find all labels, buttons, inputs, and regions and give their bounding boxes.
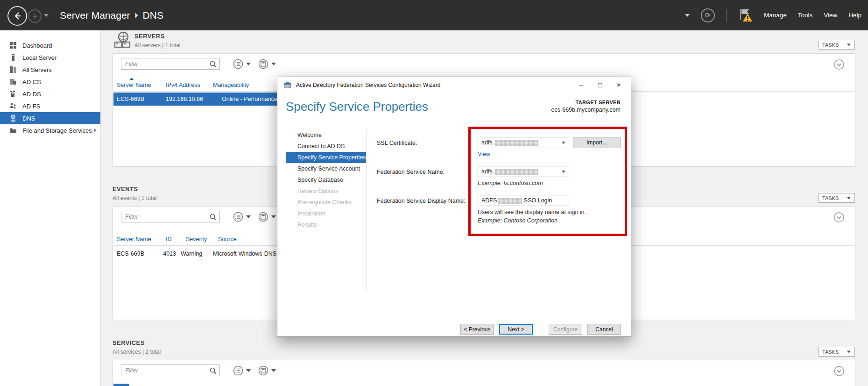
servers-save-button[interactable] — [258, 58, 276, 70]
breadcrumb-app[interactable]: Server Manager — [60, 10, 130, 21]
services-collapse-button[interactable] — [833, 365, 845, 377]
previous-button[interactable]: < Previous — [460, 324, 494, 335]
services-filter-input[interactable] — [121, 365, 219, 376]
servers-collapse-button[interactable] — [833, 59, 845, 70]
sidebar-item-ad-ds[interactable]: AD DS — [0, 88, 100, 100]
fsdn-example-text: Example: Contoso Corporation — [478, 217, 557, 224]
cell-id: 4013 — [156, 250, 176, 257]
step-specify-service-properties[interactable]: Specify Service Properties — [286, 152, 366, 163]
step-specify-service-account[interactable]: Specify Service Account — [286, 163, 366, 174]
breadcrumb-separator-icon — [135, 13, 138, 18]
dialog-titlebar[interactable]: Active Directory Federation Services Con… — [277, 77, 631, 93]
combo-dropdown-icon — [562, 142, 565, 144]
list-options-icon — [233, 58, 244, 70]
server-dropdown-icon[interactable] — [685, 14, 690, 17]
events-save-button[interactable] — [258, 211, 276, 223]
federation-display-name-input[interactable]: ADFS SSO Login — [478, 195, 569, 206]
next-button[interactable]: Next > — [499, 324, 533, 335]
sidebar-item-ad-cs[interactable]: AD CS — [0, 76, 100, 88]
servers-view-options-button[interactable] — [233, 58, 251, 70]
dashboard-icon — [9, 42, 17, 49]
events-view-options-button[interactable] — [233, 211, 251, 223]
dropdown-icon — [271, 63, 276, 65]
step-specify-database[interactable]: Specify Database — [286, 174, 366, 186]
steps-divider — [367, 129, 367, 291]
events-filter-input[interactable] — [121, 211, 219, 222]
minimize-icon[interactable]: ─ — [572, 77, 591, 93]
step-review-options: Review Options — [286, 186, 366, 197]
dns-globe-icon — [9, 114, 17, 122]
services-tasks-button[interactable]: TASKS — [819, 347, 855, 357]
wizard-app-icon — [283, 81, 291, 90]
services-view-options-button[interactable] — [233, 365, 251, 377]
sidebar-item-dns[interactable]: DNS — [0, 112, 100, 124]
servers-tasks-button[interactable]: TASKS — [819, 40, 855, 50]
tasks-dropdown-icon — [847, 350, 851, 353]
back-icon[interactable] — [7, 6, 27, 26]
dropdown-icon — [246, 215, 251, 218]
col-id[interactable]: ID — [166, 235, 176, 244]
federation-service-name-label: Federation Service Name: — [377, 169, 445, 175]
dropdown-icon — [271, 215, 276, 218]
import-button[interactable]: Import... — [573, 137, 621, 148]
fsn-example-text: Example: fs.contoso.com — [478, 180, 543, 186]
sidebar-item-file-storage-services[interactable]: File and Storage Services — [0, 124, 100, 136]
save-icon — [258, 211, 269, 222]
cell-server-name: ECS-669B — [113, 250, 156, 257]
certificate-icon — [9, 78, 17, 86]
maximize-icon[interactable]: □ — [591, 77, 609, 93]
view-link[interactable]: View — [478, 151, 490, 157]
notifications-flag-icon[interactable] — [738, 8, 753, 23]
step-installation: Installation — [286, 208, 366, 219]
domain-server-icon — [9, 90, 17, 98]
step-welcome[interactable]: Welcome — [286, 129, 366, 141]
events-section-title: EVENTS — [113, 186, 138, 193]
forward-icon — [28, 9, 42, 23]
ssl-certificate-combo[interactable]: adfs. — [478, 137, 569, 148]
search-icon — [209, 367, 217, 375]
breadcrumb-page: DNS — [143, 10, 163, 21]
sidebar-item-ad-fs[interactable]: AD FS — [0, 100, 100, 112]
services-section-subtitle: All services | 2 total — [113, 349, 161, 355]
dropdown-icon — [246, 369, 251, 372]
sidebar-item-all-servers[interactable]: All Servers — [0, 64, 100, 76]
col-server-name[interactable]: Server Name — [117, 80, 156, 90]
expand-chevron-icon[interactable] — [94, 128, 97, 133]
refresh-icon[interactable]: ⟳ — [701, 8, 715, 22]
cancel-button[interactable]: Cancel — [587, 324, 621, 335]
events-collapse-button[interactable] — [833, 212, 845, 223]
target-server-label: TARGET SERVER — [551, 100, 621, 105]
col-server-name[interactable]: Server Name — [117, 235, 156, 244]
col-manageability[interactable]: Manageability — [213, 80, 269, 90]
events-tasks-button[interactable]: TASKS — [819, 193, 855, 203]
search-icon — [209, 60, 217, 68]
nav-history-dropdown-icon[interactable] — [44, 14, 49, 17]
adfs-wizard-dialog: Active Directory Federation Services Con… — [277, 77, 631, 337]
save-icon — [258, 58, 269, 70]
wizard-heading: Specify Service Properties — [286, 100, 428, 114]
services-section-title: SERVICES — [113, 339, 145, 346]
servers-tile-icon — [114, 31, 131, 50]
sidebar-item-dashboard[interactable]: Dashboard — [0, 39, 100, 51]
events-filter — [121, 211, 220, 222]
redacted-value — [495, 140, 538, 146]
services-save-button[interactable] — [258, 365, 276, 377]
redacted-value — [495, 169, 538, 175]
display-name-note: Users will see the display name at sign … — [478, 209, 586, 215]
step-connect-ad-ds[interactable]: Connect to AD DS — [286, 141, 366, 152]
tasks-dropdown-icon — [847, 197, 851, 199]
ssl-certificate-label: SSL Certificate: — [377, 140, 417, 146]
servers-filter-input[interactable] — [121, 58, 219, 69]
menu-view[interactable]: View — [824, 12, 837, 19]
menu-tools[interactable]: Tools — [798, 12, 813, 19]
col-severity[interactable]: Severity — [186, 235, 208, 244]
menu-manage[interactable]: Manage — [764, 12, 787, 19]
federation-service-name-combo[interactable]: adfs. — [478, 166, 569, 177]
list-options-icon — [233, 365, 244, 376]
sidebar-item-local-server[interactable]: Local Server — [0, 51, 100, 64]
col-ipv4-address[interactable]: IPv4 Address — [166, 80, 203, 90]
col-source[interactable]: Source — [218, 235, 274, 244]
step-results: Results — [286, 219, 366, 230]
close-icon[interactable]: ✕ — [609, 77, 628, 93]
menu-help[interactable]: Help — [848, 12, 861, 19]
